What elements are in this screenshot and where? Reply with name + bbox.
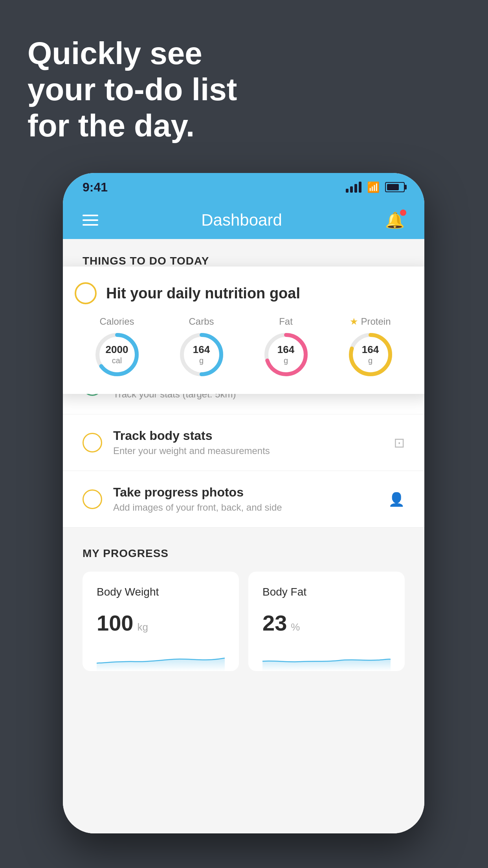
phone-frame: 9:41 📶 Dashboard 🔔 THINGS TO (63, 173, 424, 833)
hamburger-menu[interactable] (83, 215, 98, 226)
header-title: Dashboard (201, 211, 282, 230)
calories-unit: cal (106, 356, 128, 366)
todo-item-body-stats[interactable]: Track body stats Enter your weight and m… (63, 414, 424, 471)
body-fat-value-row: 23 % (262, 610, 391, 636)
protein-donut: 164 g (347, 331, 394, 378)
carbs-label: Carbs (189, 316, 214, 327)
signal-icon (346, 182, 361, 193)
carbs-donut: 164 g (178, 331, 225, 378)
nutrition-protein: ★ Protein 164 g (347, 316, 394, 378)
body-fat-card[interactable]: Body Fat 23 % (248, 572, 405, 671)
body-weight-chart (97, 647, 225, 671)
body-weight-card[interactable]: Body Weight 100 kg (83, 572, 239, 671)
fat-unit: g (277, 356, 294, 366)
body-fat-value: 23 (262, 610, 287, 636)
protein-unit: g (362, 356, 379, 366)
body-weight-value: 100 (97, 610, 133, 636)
status-time: 9:41 (83, 180, 108, 195)
nutrition-calories: Calories 2000 cal (94, 316, 141, 378)
fat-label: Fat (279, 316, 293, 327)
fat-value: 164 (277, 344, 294, 356)
todo-item-photos[interactable]: Take progress photos Add images of your … (63, 471, 424, 528)
body-stats-name: Track body stats (113, 428, 383, 443)
photos-desc: Add images of your front, back, and side (113, 502, 377, 513)
notification-bell[interactable]: 🔔 (385, 211, 405, 230)
progress-section: MY PROGRESS Body Weight 100 kg (63, 528, 424, 683)
app-content: THINGS TO DO TODAY Hit your daily nutrit… (63, 239, 424, 833)
body-weight-title: Body Weight (97, 586, 225, 598)
nutrition-carbs: Carbs 164 g (178, 316, 225, 378)
body-stats-check[interactable] (83, 433, 102, 452)
todo-section-title: THINGS TO DO TODAY (83, 255, 209, 267)
wifi-icon: 📶 (367, 181, 380, 193)
photos-text: Take progress photos Add images of your … (113, 485, 377, 513)
fat-donut: 164 g (262, 331, 310, 378)
nutrition-card-title: Hit your daily nutrition goal (106, 285, 300, 302)
body-stats-desc: Enter your weight and measurements (113, 445, 383, 456)
body-fat-unit: % (291, 621, 300, 633)
calories-value: 2000 (106, 344, 128, 356)
photos-name: Take progress photos (113, 485, 377, 500)
nutrition-card: Hit your daily nutrition goal Calories 2… (63, 267, 424, 394)
nutrition-card-header: Hit your daily nutrition goal (75, 282, 413, 304)
nutrition-check-circle[interactable] (75, 282, 97, 304)
progress-section-title: MY PROGRESS (83, 547, 405, 560)
nutrition-columns: Calories 2000 cal Carbs (75, 316, 413, 378)
headline: Quickly see your to-do list for the day. (28, 35, 237, 144)
protein-star-icon: ★ (350, 316, 358, 327)
calories-donut: 2000 cal (94, 331, 141, 378)
nutrition-fat: Fat 164 g (262, 316, 310, 378)
notification-dot (400, 210, 406, 216)
protein-value: 164 (362, 344, 379, 356)
status-icons: 📶 (346, 181, 405, 193)
body-weight-unit: kg (137, 621, 148, 633)
photos-check[interactable] (83, 489, 102, 509)
battery-icon (385, 182, 405, 192)
carbs-unit: g (193, 356, 210, 366)
body-fat-chart (262, 647, 391, 671)
status-bar: 9:41 📶 (63, 173, 424, 201)
protein-label: ★ Protein (350, 316, 391, 327)
body-fat-title: Body Fat (262, 586, 391, 598)
scale-icon: ⊡ (394, 435, 405, 451)
carbs-value: 164 (193, 344, 210, 356)
calories-label: Calories (99, 316, 134, 327)
progress-cards: Body Weight 100 kg (83, 572, 405, 671)
person-photo-icon: 👤 (388, 491, 405, 507)
body-stats-text: Track body stats Enter your weight and m… (113, 428, 383, 456)
app-header: Dashboard 🔔 (63, 201, 424, 239)
body-weight-value-row: 100 kg (97, 610, 225, 636)
